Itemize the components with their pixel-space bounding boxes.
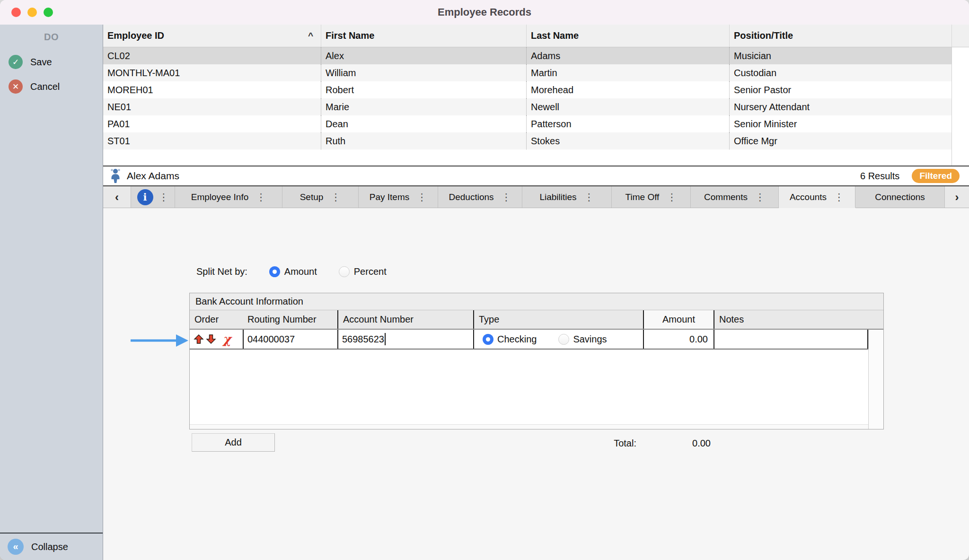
move-up-icon[interactable] [194, 334, 204, 344]
column-header-employee-id[interactable]: Employee ID ^ [103, 25, 321, 47]
tab-menu-icon[interactable]: ⋮ [584, 192, 594, 203]
account-number-input[interactable]: 56985623 [342, 334, 384, 345]
cell-position-title: Office Mgr [729, 132, 951, 149]
order-cell: χ [190, 330, 243, 349]
split-net-label: Split Net by: [196, 266, 247, 277]
save-check-icon: ✓ [9, 55, 23, 69]
radio-amount[interactable] [269, 266, 280, 277]
employee-table-scrollbar[interactable] [951, 47, 969, 166]
tab-label: Deductions [449, 192, 493, 202]
results-count: 6 Results [860, 171, 899, 182]
title-bar: Employee Records [0, 0, 969, 25]
table-row[interactable]: MOREH01 Robert Morehead Senior Pastor [103, 81, 951, 98]
bank-column-type: Type [473, 310, 643, 329]
employee-table: Employee ID ^ First Name Last Name Posit… [103, 25, 969, 166]
save-button[interactable]: ✓ Save [9, 55, 52, 69]
filtered-badge[interactable]: Filtered [912, 169, 960, 183]
tab-time-off[interactable]: Time Off ⋮ [612, 186, 691, 208]
radio-savings-label[interactable]: Savings [573, 334, 607, 345]
column-header-position-title[interactable]: Position/Title [729, 25, 951, 47]
cell-position-title: Senior Pastor [729, 81, 951, 98]
tab-menu-icon[interactable]: ⋮ [667, 192, 677, 203]
tab-menu-icon[interactable]: ⋮ [331, 192, 341, 203]
cell-last-name: Morehead [526, 81, 729, 98]
bank-table-horizontal-scrollbar[interactable] [190, 424, 868, 429]
header-scrollbar-spacer [951, 25, 969, 47]
tab-deductions[interactable]: Deductions ⋮ [438, 186, 522, 208]
tab-menu-icon[interactable]: ⋮ [502, 192, 511, 203]
tab-label: Employee Info [191, 192, 248, 202]
tab-comments[interactable]: Comments ⋮ [691, 186, 779, 208]
table-row[interactable]: MONTHLY-MA01 William Martin Custodian [103, 64, 951, 81]
tab-pay-items[interactable]: Pay Items ⋮ [359, 186, 438, 208]
bank-account-panel: Bank Account Information Order Routing N… [189, 293, 884, 429]
radio-checking[interactable] [483, 334, 493, 345]
routing-number-input[interactable] [244, 334, 336, 345]
radio-percent[interactable] [339, 266, 350, 277]
window-title: Employee Records [0, 0, 969, 25]
cell-first-name: Dean [321, 115, 526, 132]
radio-percent-label[interactable]: Percent [354, 266, 387, 277]
sidebar: DO ✓ Save ✕ Cancel « Collapse [0, 25, 103, 560]
tab-bar: ‹ i ⋮ Employee Info ⋮ Setup ⋮ Pay Items … [103, 186, 969, 208]
cell-employee-id: MOREH01 [103, 81, 321, 98]
tab-menu-icon[interactable]: ⋮ [755, 192, 765, 203]
sort-ascending-icon: ^ [308, 25, 313, 47]
column-header-label: Employee ID [107, 25, 164, 47]
cancel-x-icon: ✕ [9, 79, 23, 94]
cell-employee-id: MONTHLY-MA01 [103, 64, 321, 81]
amount-cell[interactable]: 0.00 [643, 330, 714, 349]
cell-employee-id: CL02 [103, 47, 321, 64]
radio-checking-label[interactable]: Checking [497, 334, 537, 345]
tabs-scroll-left-button[interactable]: ‹ [103, 186, 131, 208]
tab-label: Pay Items [370, 192, 409, 202]
tab-menu-icon[interactable]: ⋮ [417, 192, 427, 203]
collapse-chevrons-icon: « [8, 539, 24, 555]
total-label: Total: [594, 438, 636, 449]
cancel-label: Cancel [30, 81, 60, 92]
tab-menu-icon[interactable]: ⋮ [256, 192, 266, 203]
table-row[interactable]: ST01 Ruth Stokes Office Mgr [103, 132, 951, 149]
cell-first-name: Ruth [321, 132, 526, 149]
cancel-button[interactable]: ✕ Cancel [9, 79, 60, 94]
add-account-button[interactable]: Add [192, 433, 275, 452]
radio-amount-label[interactable]: Amount [284, 266, 317, 277]
sidebar-header: DO [0, 32, 103, 43]
tab-label: Comments [704, 192, 748, 202]
cell-last-name: Newell [526, 98, 729, 115]
total-value: 0.00 [658, 438, 711, 449]
cell-employee-id: NE01 [103, 98, 321, 115]
tab-label: Time Off [625, 192, 660, 202]
collapse-button[interactable]: « Collapse [0, 533, 103, 560]
tabs-scroll-right-button[interactable]: › [945, 186, 969, 208]
bank-column-routing: Routing Number [243, 310, 337, 329]
column-header-first-name[interactable]: First Name [321, 25, 526, 47]
bank-panel-title: Bank Account Information [190, 293, 883, 310]
table-row[interactable]: NE01 Marie Newell Nursery Attendant [103, 98, 951, 115]
annotation-arrow-icon [131, 334, 188, 349]
save-label: Save [30, 57, 52, 68]
bank-column-account: Account Number [337, 310, 473, 329]
tab-menu-icon[interactable]: ⋮ [834, 192, 844, 203]
tab-connections[interactable]: Connections [855, 186, 945, 208]
delete-row-icon[interactable]: χ [223, 333, 231, 345]
tab-record-info[interactable]: i ⋮ [131, 186, 175, 208]
column-header-last-name[interactable]: Last Name [526, 25, 729, 47]
bank-column-order: Order [190, 310, 243, 329]
tab-liabilities[interactable]: Liabilities ⋮ [522, 186, 612, 208]
move-down-icon[interactable] [206, 334, 216, 344]
cell-first-name: Robert [321, 81, 526, 98]
cell-last-name: Patterson [526, 115, 729, 132]
account-number-cell: 56985623 [337, 330, 473, 349]
tab-label: Accounts [790, 192, 827, 202]
employee-table-header: Employee ID ^ First Name Last Name Posit… [103, 25, 969, 47]
radio-savings[interactable] [558, 334, 569, 345]
notes-cell[interactable] [714, 330, 868, 349]
table-row-selected[interactable]: CL02 Alex Adams Musician [103, 47, 951, 64]
tab-menu-icon[interactable]: ⋮ [159, 192, 169, 203]
bank-table-scrollbar[interactable] [868, 330, 883, 429]
table-row[interactable]: PA01 Dean Patterson Senior Minister [103, 115, 951, 132]
tab-setup[interactable]: Setup ⋮ [282, 186, 359, 208]
tab-accounts[interactable]: Accounts ⋮ [779, 186, 855, 208]
tab-employee-info[interactable]: Employee Info ⋮ [175, 186, 282, 208]
